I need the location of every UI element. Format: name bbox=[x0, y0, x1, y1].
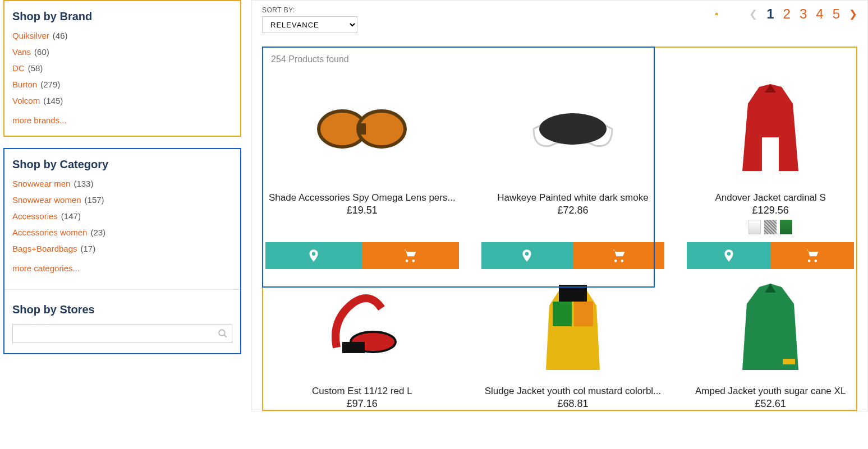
svg-point-5 bbox=[539, 113, 607, 145]
facet-stores-title: Shop by Stores bbox=[12, 303, 232, 316]
product-card[interactable]: Amped Jacket youth sugar cane XL£52.61 bbox=[687, 269, 854, 410]
svg-rect-7 bbox=[342, 342, 365, 353]
product-image[interactable] bbox=[265, 70, 459, 188]
category-count: (157) bbox=[85, 195, 104, 205]
cart-icon bbox=[803, 248, 822, 263]
category-item[interactable]: Snowwear men(133) bbox=[12, 179, 232, 188]
product-image[interactable] bbox=[265, 275, 459, 381]
product-card[interactable]: Custom Est 11/12 red L£97.16 bbox=[265, 269, 459, 410]
product-name[interactable]: Custom Est 11/12 red L bbox=[265, 386, 459, 397]
brand-count: (145) bbox=[43, 96, 63, 105]
main-content: SORT BY: RELEVANCE ❮ 12345 ❯ 254 Product… bbox=[251, 0, 868, 411]
category-label[interactable]: Bags+Boardbags bbox=[12, 244, 77, 253]
product-price: £19.51 bbox=[265, 205, 459, 216]
product-price: £72.86 bbox=[481, 205, 665, 216]
product-card[interactable]: Sludge Jacket youth col mustard colorbl.… bbox=[481, 269, 665, 410]
product-name[interactable]: Andover Jacket cardinal S bbox=[687, 192, 854, 203]
more-brands-link[interactable]: more brands... bbox=[12, 115, 67, 125]
location-pin-icon bbox=[306, 247, 321, 264]
sort-select[interactable]: RELEVANCE bbox=[262, 16, 357, 33]
variant-swatches bbox=[687, 220, 854, 234]
product-image[interactable] bbox=[687, 70, 854, 188]
brand-item[interactable]: Burton(279) bbox=[12, 80, 232, 89]
category-label[interactable]: Snowwear men bbox=[12, 179, 70, 188]
category-count: (147) bbox=[61, 211, 81, 221]
pickup-location-button[interactable] bbox=[687, 242, 770, 269]
category-label[interactable]: Accessories bbox=[12, 211, 58, 221]
cart-icon bbox=[401, 248, 420, 263]
brand-label[interactable]: Volcom bbox=[12, 96, 40, 105]
pager-dot bbox=[715, 13, 718, 15]
product-name[interactable]: Sludge Jacket youth col mustard colorbl.… bbox=[481, 386, 665, 397]
search-icon[interactable] bbox=[218, 328, 228, 339]
pagination: ❮ 12345 ❯ bbox=[715, 6, 857, 22]
more-categories-link[interactable]: more categories... bbox=[12, 263, 80, 273]
category-item[interactable]: Accessories women(23) bbox=[12, 228, 232, 237]
product-name[interactable]: Shade Accessories Spy Omega Lens pers... bbox=[265, 192, 459, 203]
brand-label[interactable]: DC bbox=[12, 63, 25, 73]
cart-icon bbox=[609, 248, 628, 263]
pager-next[interactable]: ❯ bbox=[849, 8, 857, 20]
location-pin-icon bbox=[722, 247, 736, 264]
product-card[interactable]: Hawkeye Painted white dark smoke£72.86 bbox=[481, 64, 665, 269]
svg-rect-9 bbox=[553, 302, 572, 326]
product-price: £129.56 bbox=[687, 205, 854, 216]
facet-brand: Shop by Brand Quiksilver(46)Vans(60)DC(5… bbox=[3, 0, 241, 137]
page-2[interactable]: 2 bbox=[783, 6, 791, 22]
brand-count: (46) bbox=[53, 31, 68, 40]
brand-label[interactable]: Burton bbox=[12, 80, 37, 89]
svg-rect-4 bbox=[358, 123, 366, 135]
brand-item[interactable]: Volcom(145) bbox=[12, 96, 232, 105]
category-count: (17) bbox=[81, 244, 96, 253]
brand-count: (58) bbox=[28, 63, 43, 73]
page-5[interactable]: 5 bbox=[833, 6, 840, 22]
brand-count: (279) bbox=[40, 80, 60, 89]
product-card[interactable]: Shade Accessories Spy Omega Lens pers...… bbox=[265, 64, 459, 269]
variant-swatch[interactable] bbox=[780, 220, 792, 234]
facet-divider bbox=[4, 289, 240, 290]
category-label[interactable]: Snowwear women bbox=[12, 195, 81, 205]
variant-swatch[interactable] bbox=[764, 220, 777, 234]
brand-label[interactable]: Vans bbox=[12, 47, 31, 57]
svg-rect-8 bbox=[559, 285, 587, 302]
brand-item[interactable]: Vans(60) bbox=[12, 47, 232, 57]
facet-category-title: Shop by Category bbox=[12, 158, 232, 171]
svg-rect-11 bbox=[783, 359, 795, 364]
page-3[interactable]: 3 bbox=[800, 6, 807, 22]
location-pin-icon bbox=[520, 247, 534, 264]
product-price: £52.61 bbox=[687, 398, 854, 410]
pickup-location-button[interactable] bbox=[265, 242, 362, 269]
brand-item[interactable]: DC(58) bbox=[12, 63, 232, 73]
product-image[interactable] bbox=[481, 275, 665, 381]
add-to-cart-button[interactable] bbox=[362, 242, 458, 269]
add-to-cart-button[interactable] bbox=[770, 242, 854, 269]
variant-swatch[interactable] bbox=[748, 220, 761, 234]
brand-item[interactable]: Quiksilver(46) bbox=[12, 31, 232, 40]
category-item[interactable]: Accessories(147) bbox=[12, 211, 232, 221]
svg-line-1 bbox=[224, 335, 227, 337]
category-count: (23) bbox=[90, 228, 105, 237]
page-1[interactable]: 1 bbox=[766, 6, 774, 22]
page-4[interactable]: 4 bbox=[816, 6, 823, 22]
product-name[interactable]: Hawkeye Painted white dark smoke bbox=[481, 192, 665, 203]
product-name[interactable]: Amped Jacket youth sugar cane XL bbox=[687, 386, 854, 397]
product-price: £97.16 bbox=[265, 398, 459, 410]
svg-point-0 bbox=[219, 330, 225, 336]
product-image[interactable] bbox=[687, 275, 854, 381]
store-search-input[interactable] bbox=[12, 324, 232, 343]
sort-label: SORT BY: bbox=[262, 6, 357, 14]
pager-prev[interactable]: ❮ bbox=[749, 8, 757, 20]
svg-rect-10 bbox=[574, 302, 593, 326]
category-item[interactable]: Bags+Boardbags(17) bbox=[12, 244, 232, 253]
brand-count: (60) bbox=[34, 47, 49, 57]
sidebar: Shop by Brand Quiksilver(46)Vans(60)DC(5… bbox=[0, 0, 241, 411]
product-card[interactable]: Andover Jacket cardinal S£129.56 bbox=[687, 64, 854, 269]
product-image[interactable] bbox=[481, 70, 665, 188]
results-count: 254 Products found bbox=[263, 48, 856, 64]
facet-brand-title: Shop by Brand bbox=[12, 10, 232, 23]
pickup-location-button[interactable] bbox=[481, 242, 573, 269]
category-label[interactable]: Accessories women bbox=[12, 228, 87, 237]
category-item[interactable]: Snowwear women(157) bbox=[12, 195, 232, 205]
brand-label[interactable]: Quiksilver bbox=[12, 31, 49, 40]
add-to-cart-button[interactable] bbox=[573, 242, 664, 269]
